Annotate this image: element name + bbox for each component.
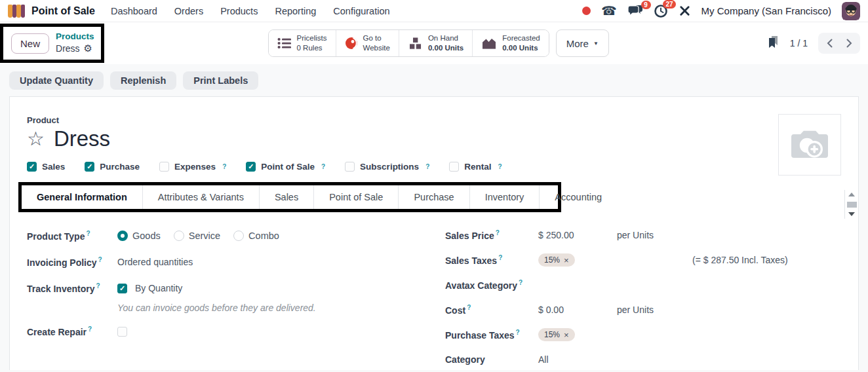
checkbox-icon[interactable] (27, 162, 37, 172)
breadcrumb-current: Dress (56, 43, 80, 55)
cost-value[interactable]: $ 0.00 (538, 305, 617, 315)
stat-button-pricelists[interactable]: Pricelists 0 Rules (269, 30, 336, 56)
pos-app-icon[interactable] (8, 5, 25, 18)
checkbox-icon[interactable] (449, 162, 459, 172)
tag-remove-icon[interactable]: × (564, 256, 569, 265)
create-repair-checkbox[interactable] (117, 327, 127, 337)
cost-label: Cost? (445, 304, 538, 316)
messages-badge: 9 (641, 1, 651, 9)
scroll-down-arrow[interactable] (848, 212, 855, 216)
checkbox-icon[interactable] (117, 284, 127, 293)
update-quantity-button[interactable]: Update Quantity (9, 71, 104, 90)
list-icon (277, 37, 292, 50)
tab-sales[interactable]: Sales (259, 185, 313, 209)
purchase-tax-tag[interactable]: 15% × (538, 328, 575, 341)
radio-icon[interactable] (233, 231, 244, 241)
invoice-note: You can invoice goods before they are de… (117, 303, 420, 313)
menu-products[interactable]: Products (220, 6, 258, 16)
stat-button-group: Pricelists 0 Rules Go to Website (268, 29, 549, 57)
notebook-tabs: General Information Attributes & Variant… (22, 185, 558, 209)
help-icon: ? (86, 230, 90, 237)
replenish-button[interactable]: Replenish (110, 71, 176, 90)
activities-badge: 27 (663, 0, 675, 9)
menu-orders[interactable]: Orders (174, 6, 203, 16)
breadcrumb-parent-link[interactable]: Products (56, 31, 94, 43)
avatax-category-label: Avatax Category? (445, 279, 538, 291)
action-button-strip: Update Quantity Replenish Print Labels (0, 64, 868, 96)
tab-inventory[interactable]: Inventory (469, 185, 540, 209)
bookmark-icon[interactable] (766, 35, 779, 52)
radio-goods[interactable]: Goods (117, 231, 161, 241)
developer-tools-icon[interactable] (679, 5, 691, 17)
track-inventory-label: Track Inventory? (27, 282, 117, 294)
pager-counter: 1 / 1 (790, 38, 808, 48)
help-icon: ? (496, 229, 500, 236)
checkbox-icon[interactable] (246, 162, 256, 172)
stat-button-on-hand[interactable]: On Hand 0.00 Units (399, 30, 473, 56)
form-sheet: Product ☆ Dress Sales Purchase Expenses … (9, 96, 859, 370)
product-image-upload[interactable] (778, 114, 841, 176)
invoicing-policy-label: Invoicing Policy? (27, 256, 117, 268)
messages-icon[interactable]: 9 (627, 5, 643, 17)
help-icon: ? (88, 326, 92, 333)
tag-remove-icon[interactable]: × (564, 331, 569, 339)
sales-price-label: Sales Price? (445, 229, 538, 241)
tab-accounting[interactable]: Accounting (539, 185, 617, 209)
menu-configuration[interactable]: Configuration (333, 6, 389, 16)
toggle-rental[interactable]: Rental ? (449, 162, 502, 172)
help-icon: ? (98, 256, 102, 263)
user-avatar[interactable] (842, 2, 860, 20)
stat-button-go-to-website[interactable]: Go to Website (336, 30, 399, 56)
phone-icon[interactable]: ☎ (601, 5, 617, 17)
availability-toggles: Sales Purchase Expenses ? Point of Sale … (27, 162, 841, 172)
cubes-icon (408, 37, 423, 50)
help-icon: ? (425, 163, 429, 170)
favorite-star-icon[interactable]: ☆ (27, 129, 45, 149)
menu-dashboard[interactable]: Dashboard (111, 6, 157, 16)
product-type-radio-group: Goods Service Combo (117, 231, 279, 241)
scroll-up-arrow[interactable] (848, 193, 855, 196)
stat-button-forecasted[interactable]: Forecasted 0.00 Units (473, 30, 549, 56)
product-title[interactable]: Dress (54, 126, 110, 151)
checkbox-icon[interactable] (345, 162, 355, 172)
checkbox-icon[interactable] (159, 162, 169, 172)
globe-icon (345, 37, 358, 50)
radio-icon[interactable] (117, 231, 128, 241)
track-inventory-checkbox[interactable]: By Quantity (117, 283, 182, 293)
help-icon: ? (96, 282, 100, 289)
tab-purchase[interactable]: Purchase (398, 185, 469, 209)
toggle-subscriptions[interactable]: Subscriptions ? (345, 162, 429, 172)
invoicing-policy-value[interactable]: Ordered quantities (117, 257, 193, 267)
record-type-label: Product (27, 115, 841, 125)
more-button[interactable]: More ▼ (556, 29, 609, 57)
radio-service[interactable]: Service (174, 231, 220, 241)
incl-taxes-note: (= $ 287.50 Incl. Taxes) (692, 255, 788, 265)
toggle-expenses[interactable]: Expenses ? (159, 162, 226, 172)
toggle-sales[interactable]: Sales (27, 162, 65, 172)
sales-tax-tag[interactable]: 15% × (538, 253, 575, 267)
activities-clock-icon[interactable]: 27 (654, 4, 668, 18)
area-chart-icon (481, 37, 497, 50)
sales-price-unit: per Units (617, 230, 692, 240)
chevron-left-icon[interactable] (819, 34, 839, 52)
new-button[interactable]: New (11, 33, 49, 54)
record-indicator-dot (582, 7, 591, 15)
tab-point-of-sale[interactable]: Point of Sale (313, 185, 398, 209)
chevron-right-icon[interactable] (839, 34, 859, 52)
app-name[interactable]: Point of Sale (31, 5, 95, 17)
category-value[interactable]: All (538, 354, 617, 365)
tab-general-information[interactable]: General Information (22, 185, 142, 209)
radio-icon[interactable] (174, 231, 184, 241)
tab-attributes-variants[interactable]: Attributes & Variants (142, 185, 259, 209)
checkbox-icon[interactable] (85, 162, 94, 172)
vertical-scrollbar[interactable] (844, 190, 858, 219)
toggle-purchase[interactable]: Purchase (85, 162, 140, 172)
print-labels-button[interactable]: Print Labels (183, 71, 258, 90)
toggle-point-of-sale[interactable]: Point of Sale ? (246, 162, 325, 172)
sales-price-value[interactable]: $ 250.00 (538, 230, 617, 240)
gear-icon[interactable]: ⚙ (84, 43, 92, 55)
menu-reporting[interactable]: Reporting (275, 6, 316, 16)
radio-combo[interactable]: Combo (233, 231, 279, 241)
company-switcher[interactable]: My Company (San Francisco) (701, 5, 831, 16)
scrollbar-thumb[interactable] (847, 202, 857, 208)
